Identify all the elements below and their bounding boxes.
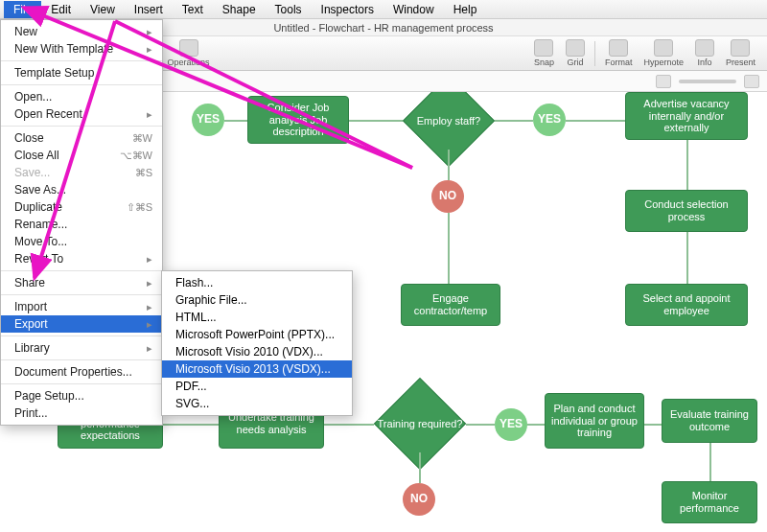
file-menu-item-move-to[interactable]: Move To... xyxy=(1,233,162,250)
tool-operations[interactable]: Operations xyxy=(162,39,216,67)
file-menu-dropdown: New▸New With Template▸Template SetupOpen… xyxy=(0,19,163,426)
file-menu-item-new[interactable]: New▸ xyxy=(1,23,162,40)
export-item-pdf[interactable]: PDF... xyxy=(162,378,352,395)
file-menu-item-save: Save...⌘S xyxy=(1,164,162,181)
file-menu-item-template-setup[interactable]: Template Setup xyxy=(1,64,162,81)
file-menu-item-share[interactable]: Share▸ xyxy=(1,274,162,291)
file-menu-item-close[interactable]: Close⌘W xyxy=(1,129,162,147)
node-monitor[interactable]: Monitor performance xyxy=(662,481,757,523)
menu-help[interactable]: Help xyxy=(444,1,487,18)
file-menu-item-page-setup[interactable]: Page Setup... xyxy=(1,387,162,405)
export-item-svg[interactable]: SVG... xyxy=(162,395,352,412)
export-item-microsoft-powerpoint-pptx[interactable]: Microsoft PowerPoint (PPTX)... xyxy=(162,326,352,343)
export-item-graphic-file[interactable]: Graphic File... xyxy=(162,291,352,309)
file-menu-item-open-recent[interactable]: Open Recent▸ xyxy=(1,105,162,123)
node-engage[interactable]: Engage contractor/temp xyxy=(401,284,500,326)
file-menu-item-duplicate[interactable]: Duplicate⇧⌘S xyxy=(1,198,162,216)
node-plan-conduct[interactable]: Plan and conduct individual or group tra… xyxy=(545,393,644,449)
node-evaluate[interactable]: Evaluate training outcome xyxy=(662,399,757,443)
file-menu-item-save-as[interactable]: Save As... xyxy=(1,181,162,198)
node-yes-2[interactable]: YES xyxy=(533,104,566,136)
node-yes-1[interactable]: YES xyxy=(192,104,224,136)
zoom-out-icon[interactable] xyxy=(656,75,671,88)
menu-text[interactable]: Text xyxy=(173,1,213,18)
menu-insert[interactable]: Insert xyxy=(125,1,173,18)
menu-file[interactable]: File xyxy=(4,1,41,18)
zoom-slider[interactable] xyxy=(679,80,736,83)
export-item-flash[interactable]: Flash... xyxy=(162,274,352,291)
file-menu-item-rename[interactable]: Rename... xyxy=(1,216,162,233)
tool-hypernote[interactable]: Hypernote xyxy=(638,39,689,67)
node-no-1[interactable]: NO xyxy=(431,180,464,213)
tool-present[interactable]: Present xyxy=(720,39,761,67)
file-menu-item-open[interactable]: Open... xyxy=(1,88,162,105)
node-consider[interactable]: Consider Job analysis Job description xyxy=(247,96,349,144)
menu-shape[interactable]: Shape xyxy=(213,1,266,18)
tool-snap[interactable]: Snap xyxy=(528,39,560,67)
file-menu-item-new-with-template[interactable]: New With Template▸ xyxy=(1,40,162,58)
export-item-html[interactable]: HTML... xyxy=(162,309,352,326)
tool-format[interactable]: Format xyxy=(599,39,639,67)
export-item-microsoft-visio-2013-vsdx[interactable]: Microsoft Visio 2013 (VSDX)... xyxy=(162,360,352,378)
file-menu-item-import[interactable]: Import▸ xyxy=(1,298,162,315)
tool-grid[interactable]: Grid xyxy=(560,39,591,67)
export-submenu: Flash...Graphic File...HTML...Microsoft … xyxy=(161,270,353,416)
node-advertise[interactable]: Advertise vacancy internally and/or exte… xyxy=(625,92,748,140)
file-menu-item-print[interactable]: Print... xyxy=(1,405,162,422)
file-menu-item-revert-to[interactable]: Revert To▸ xyxy=(1,250,162,267)
node-no-2[interactable]: NO xyxy=(403,483,435,516)
menu-view[interactable]: View xyxy=(81,1,125,18)
node-conduct-selection[interactable]: Conduct selection process xyxy=(625,190,748,232)
node-yes-3[interactable]: YES xyxy=(495,408,527,441)
export-item-microsoft-visio-2010-vdx[interactable]: Microsoft Visio 2010 (VDX)... xyxy=(162,343,352,360)
zoom-in-icon[interactable] xyxy=(744,75,759,88)
menu-bar: File Edit View Insert Text Shape Tools I… xyxy=(0,0,767,19)
node-employ-staff[interactable]: Employ staff? xyxy=(403,92,495,150)
menu-inspectors[interactable]: Inspectors xyxy=(312,1,384,18)
node-training-required[interactable]: Training required? xyxy=(374,395,466,452)
menu-window[interactable]: Window xyxy=(384,1,444,18)
file-menu-item-close-all[interactable]: Close All⌥⌘W xyxy=(1,147,162,164)
menu-tools[interactable]: Tools xyxy=(266,1,312,18)
file-menu-item-library[interactable]: Library▸ xyxy=(1,339,162,357)
file-menu-item-export[interactable]: Export▸ xyxy=(1,315,162,333)
tool-info[interactable]: Info xyxy=(689,39,720,67)
menu-edit[interactable]: Edit xyxy=(41,1,81,18)
file-menu-item-document-properties[interactable]: Document Properties... xyxy=(1,363,162,381)
node-select-appoint[interactable]: Select and appoint employee xyxy=(625,284,748,326)
